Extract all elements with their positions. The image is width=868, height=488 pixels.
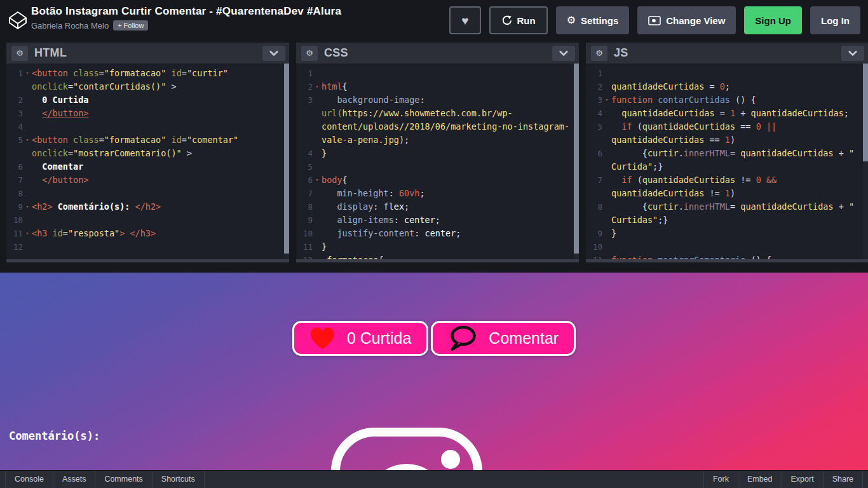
vertical-scrollbar-thumb[interactable] (284, 64, 289, 254)
horizontal-scrollbar[interactable] (586, 259, 868, 262)
css-panel: ⚙ CSS 12▾html{3 background-image:url(htt… (296, 43, 579, 262)
code-line: 12 (6, 240, 289, 254)
js-panel: ⚙ JS 12quantidadeCurtidas = 0;3▾function… (586, 43, 868, 262)
code-editor-html[interactable]: 1▾<button class="formatacao" id="curtir"… (6, 64, 289, 259)
change-view-button[interactable]: Change View (637, 6, 736, 34)
footer-item-comments[interactable]: Comments (95, 471, 152, 488)
html-panel-header: ⚙ HTML (6, 43, 289, 64)
code-line: onclick="contarCurtidas()" > (6, 80, 289, 93)
code-line: 10 justify-content: center; (296, 227, 579, 240)
code-line: 8 display: flex; (296, 200, 579, 214)
settings-button[interactable]: ⚙ Settings (556, 6, 630, 34)
horizontal-scrollbar[interactable] (296, 259, 579, 262)
editor-footer: ConsoleAssetsCommentsShortcuts ForkEmbed… (0, 470, 868, 488)
footer-item-shortcuts[interactable]: Shortcuts (153, 471, 205, 488)
code-line: 3 </button> (6, 107, 289, 120)
login-button[interactable]: Log In (810, 6, 860, 34)
vertical-scrollbar[interactable] (574, 64, 579, 259)
speech-bubble-icon (448, 325, 477, 351)
gear-icon[interactable]: ⚙ (301, 46, 318, 61)
footer-item-embed[interactable]: Embed (738, 471, 782, 488)
code-line: 4 (6, 120, 289, 133)
code-line: 1 (296, 67, 579, 80)
code-line: 3▾function contarCurtidas () { (586, 93, 868, 107)
chevron-down-icon[interactable] (841, 46, 864, 61)
code-line: Curtida";} (586, 160, 868, 173)
preview-pane: 0 Curtida Comentar Comentário(s): (0, 273, 868, 470)
code-line: 7 if (quantidadeCurtidas != 0 && (586, 173, 868, 187)
code-line: 5 (296, 160, 579, 173)
code-line: 2quantidadeCurtidas = 0; (586, 80, 868, 93)
footer-item-share[interactable]: Share (824, 471, 863, 488)
code-line: 4 quantidadeCurtidas = 1 + quantidadeCur… (586, 107, 868, 120)
code-line: 10 (586, 240, 868, 254)
chevron-down-icon[interactable] (262, 46, 285, 61)
footer-item-assets[interactable]: Assets (53, 471, 96, 488)
gear-icon: ⚙ (567, 15, 576, 25)
comentar-label: Comentar (489, 329, 559, 348)
pen-title: Botão Instagram Curtir Comentar - #Quare… (31, 5, 341, 18)
vertical-scrollbar[interactable] (284, 64, 289, 259)
code-line: Curtidas";} (586, 214, 868, 227)
panel-title-html: HTML (34, 46, 262, 60)
header-actions: ♥ Run ⚙ Settings Change View Sign (449, 6, 860, 34)
code-line: 2▾html{ (296, 80, 579, 93)
code-line: 6▾body{ (296, 173, 579, 187)
run-label: Run (517, 15, 536, 26)
code-line: 10 (6, 214, 289, 227)
pen-title-block: Botão Instagram Curtir Comentar - #Quare… (31, 5, 341, 30)
follow-button[interactable]: + Follow (113, 20, 148, 30)
vertical-scrollbar-thumb[interactable] (863, 64, 868, 161)
app-header: Botão Instagram Curtir Comentar - #Quare… (0, 0, 868, 41)
codepen-logo-icon[interactable] (7, 10, 29, 31)
code-line: 11} (296, 240, 579, 254)
footer-item-fork[interactable]: Fork (704, 471, 738, 488)
footer-item-console[interactable]: Console (6, 471, 53, 488)
run-icon (501, 15, 512, 26)
code-line: 9▾<h2> Comentário(s): </h2> (6, 200, 289, 214)
horizontal-scrollbar[interactable] (6, 259, 289, 262)
run-button[interactable]: Run (489, 6, 548, 34)
chevron-down-icon[interactable] (552, 46, 575, 61)
code-line: 5 if (quantidadeCurtidas == 0 || (586, 120, 868, 133)
code-editor-js[interactable]: 12quantidadeCurtidas = 0;3▾function cont… (586, 64, 868, 259)
code-line: 4} (296, 147, 579, 160)
gear-icon[interactable]: ⚙ (11, 46, 28, 61)
gear-icon[interactable]: ⚙ (591, 46, 607, 61)
panel-title-js: JS (614, 46, 841, 60)
js-panel-header: ⚙ JS (586, 43, 868, 64)
footer-right-group: ForkEmbedExportShare (703, 471, 863, 488)
panel-title-css: CSS (324, 46, 552, 60)
footer-left-group: ConsoleAssetsCommentsShortcuts (5, 471, 205, 488)
code-line: 1▾<button class="formatacao" id="curtir" (6, 67, 289, 80)
code-line: onclick="mostrarComentario()" > (6, 147, 289, 160)
code-line: 12▾.formatacao{ (296, 254, 579, 259)
change-view-label: Change View (666, 15, 725, 26)
comments-heading: Comentário(s): (9, 430, 100, 442)
code-line: 9 align-items: center; (296, 214, 579, 227)
code-line: 9} (586, 227, 868, 240)
change-view-icon (648, 16, 661, 25)
footer-item-export[interactable]: Export (782, 471, 824, 488)
code-line: 8 (6, 187, 289, 200)
code-line: 11▾<h3 id="resposta"> </h3> (6, 227, 289, 240)
code-line: vale-a-pena.jpg); (296, 133, 579, 147)
code-line: 11▾function mostrarComentario () { (586, 254, 868, 259)
signup-button[interactable]: Sign Up (744, 6, 802, 34)
code-line: 3 background-image: (296, 93, 579, 107)
code-line: quantidadeCurtidas == 1) (586, 133, 868, 147)
pen-author: Gabriela Rocha Melo (31, 21, 109, 30)
code-line: 7 </button> (6, 173, 289, 187)
code-line: 6 {curtir.innerHTML= quantidadeCurtidas … (586, 147, 868, 160)
comentar-button[interactable]: Comentar (431, 321, 576, 356)
vertical-scrollbar[interactable] (863, 64, 868, 259)
curtir-button[interactable]: 0 Curtida (292, 321, 428, 356)
vertical-scrollbar-thumb[interactable] (574, 64, 579, 254)
code-line: quantidadeCurtidas != 1) (586, 187, 868, 200)
code-editor-css[interactable]: 12▾html{3 background-image:url(https://w… (296, 64, 579, 259)
code-line: 1 (586, 67, 868, 80)
html-panel: ⚙ HTML 1▾<button class="formatacao" id="… (6, 43, 289, 262)
codepen-window: Botão Instagram Curtir Comentar - #Quare… (0, 0, 868, 488)
like-pen-button[interactable]: ♥ (449, 6, 480, 34)
code-line: url(https://www.showmetech.com.br/wp- (296, 107, 579, 120)
